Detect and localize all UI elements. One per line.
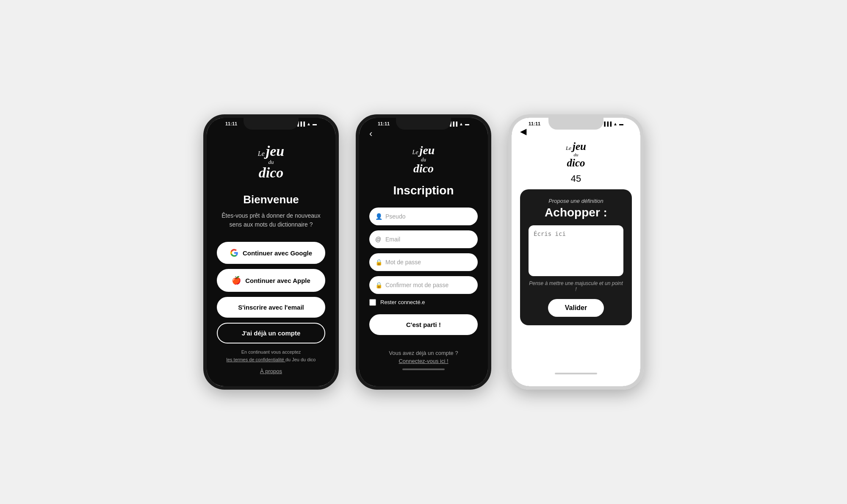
- remember-row: Rester connecté.e: [369, 299, 425, 306]
- login-link-label: Connectez-vous ici !: [399, 358, 448, 364]
- lock-icon-2: 🔒: [375, 282, 382, 288]
- inscription-title: Inscription: [393, 184, 454, 197]
- signin-footer: Vous avez déjà un compte ? Connectez-vou…: [389, 350, 458, 364]
- logo-dico-1: dico: [258, 165, 284, 180]
- remember-label: Rester connecté.e: [380, 299, 425, 305]
- footer-line2: du Jeu du dico: [285, 357, 316, 362]
- notch-1: [244, 118, 299, 130]
- welcome-logo: Le jeu du dico: [258, 143, 284, 180]
- phone-frame-3: 11:11 ▐▐▐ ▲ ▬ ◀ Le jeu du: [508, 114, 644, 390]
- confirm-input[interactable]: [369, 276, 478, 294]
- logo-dico-3: dico: [566, 157, 586, 169]
- validate-label: Valider: [565, 304, 587, 311]
- status-icons-3: ▐▐▐ ▲ ▬: [603, 122, 623, 126]
- phone-1: 11:11 ▐▐▐ ▲ ▬ Le jeu du d: [203, 114, 339, 390]
- signal-icon-3: ▐▐▐: [603, 122, 612, 126]
- google-button-label: Continuer avec Google: [243, 249, 312, 257]
- logo-jeu-2: jeu: [420, 144, 435, 157]
- logo-le-3: Le: [566, 145, 571, 152]
- remember-checkbox[interactable]: [369, 299, 376, 306]
- phone-3: 11:11 ▐▐▐ ▲ ▬ ◀ Le jeu du: [508, 114, 644, 390]
- submit-label: C'est parti !: [406, 321, 441, 328]
- logo-du-3: du: [566, 152, 586, 157]
- google-button[interactable]: Continuer avec Google: [217, 242, 325, 264]
- login-button-label: J'ai déjà un compte: [242, 330, 301, 337]
- apple-icon: 🍎: [232, 276, 241, 285]
- home-indicator-3: [555, 373, 597, 374]
- screen-inscription: 11:11 ▐▐▐ ▲ ▬ ‹ Le jeu du dico: [359, 118, 488, 386]
- logo-le-1: Le: [258, 150, 265, 158]
- email-signup-label: S'inscrire avec l'email: [238, 304, 304, 311]
- wifi-icon-2: ▲: [459, 122, 463, 126]
- back-arrow-2[interactable]: ‹: [369, 128, 372, 139]
- status-icons-1: ▐▐▐ ▲ ▬: [296, 122, 317, 126]
- apropos-link[interactable]: À propos: [227, 367, 316, 376]
- apple-button[interactable]: 🍎 Continuer avec Apple: [217, 269, 325, 292]
- back-arrow-3[interactable]: ◀: [520, 126, 526, 136]
- time-1: 11:11: [225, 121, 237, 126]
- propose-label: Propose une définition: [548, 198, 603, 204]
- terms-link[interactable]: les termes de confidentialité: [227, 357, 285, 362]
- terms-label: les termes de confidentialité: [227, 357, 284, 362]
- logo-dico-2: dico: [412, 162, 435, 175]
- login-button[interactable]: J'ai déjà un compte: [217, 323, 325, 343]
- wifi-icon-1: ▲: [307, 122, 311, 126]
- phone-2: 11:11 ▐▐▐ ▲ ▬ ‹ Le jeu du dico: [356, 114, 491, 390]
- login-link[interactable]: Connectez-vous ici !: [389, 358, 458, 364]
- definition-input[interactable]: [529, 225, 623, 276]
- logo-jeu-1: jeu: [266, 143, 284, 159]
- pseudo-field-wrapper: 👤: [369, 208, 478, 225]
- footer-line1: En continuant vous acceptez: [241, 349, 301, 354]
- email-input[interactable]: [369, 230, 478, 248]
- game-card: Propose une définition Achopper : Pense …: [520, 189, 632, 325]
- home-indicator-2: [402, 368, 445, 370]
- footer-text: En continuant vous acceptez les termes d…: [227, 349, 316, 376]
- lock-icon-1: 🔒: [375, 259, 382, 266]
- screen-game-container: 11:11 ▐▐▐ ▲ ▬ ◀ Le jeu du: [512, 118, 640, 386]
- notch-3: [548, 118, 603, 130]
- phone-frame-2: 11:11 ▐▐▐ ▲ ▬ ‹ Le jeu du dico: [356, 114, 491, 390]
- password-input[interactable]: [369, 253, 478, 271]
- logo-du-1: du: [258, 159, 284, 165]
- apple-button-label: Continuer avec Apple: [245, 277, 310, 284]
- google-icon: [230, 249, 238, 257]
- password-field-wrapper: 🔒: [369, 253, 478, 271]
- time-3: 11:11: [529, 121, 540, 126]
- welcome-title: Bienvenue: [243, 193, 299, 206]
- battery-icon-2: ▬: [465, 122, 469, 126]
- already-account-text: Vous avez déjà un compte ?: [389, 350, 458, 356]
- time-2: 11:11: [378, 121, 390, 126]
- email-field-wrapper: @: [369, 230, 478, 248]
- submit-button[interactable]: C'est parti !: [369, 314, 478, 335]
- logo-le-2: Le: [412, 149, 418, 156]
- logo-jeu-3: jeu: [573, 141, 586, 152]
- email-signup-button[interactable]: S'inscrire avec l'email: [217, 297, 325, 318]
- word-title: Achopper :: [545, 206, 607, 219]
- screen-welcome: 11:11 ▐▐▐ ▲ ▬ Le jeu du d: [207, 118, 335, 386]
- battery-icon-3: ▬: [619, 122, 623, 126]
- status-icons-2: ▐▐▐ ▲ ▬: [448, 122, 469, 126]
- user-icon: 👤: [375, 213, 382, 220]
- pseudo-input[interactable]: [369, 208, 478, 225]
- confirm-field-wrapper: 🔒: [369, 276, 478, 294]
- battery-icon-1: ▬: [313, 122, 317, 126]
- at-icon: @: [375, 236, 381, 243]
- wifi-icon-3: ▲: [613, 122, 617, 126]
- hint-text: Pense à mettre une majuscule et un point…: [529, 280, 623, 292]
- score-display: 45: [571, 173, 581, 184]
- phone-frame-1: 11:11 ▐▐▐ ▲ ▬ Le jeu du d: [203, 114, 339, 390]
- apropos-label: À propos: [260, 368, 282, 374]
- validate-button[interactable]: Valider: [548, 299, 604, 317]
- notch-2: [396, 118, 451, 130]
- welcome-subtitle: Êtes-vous prêt à donner de nouveaux sens…: [217, 211, 325, 229]
